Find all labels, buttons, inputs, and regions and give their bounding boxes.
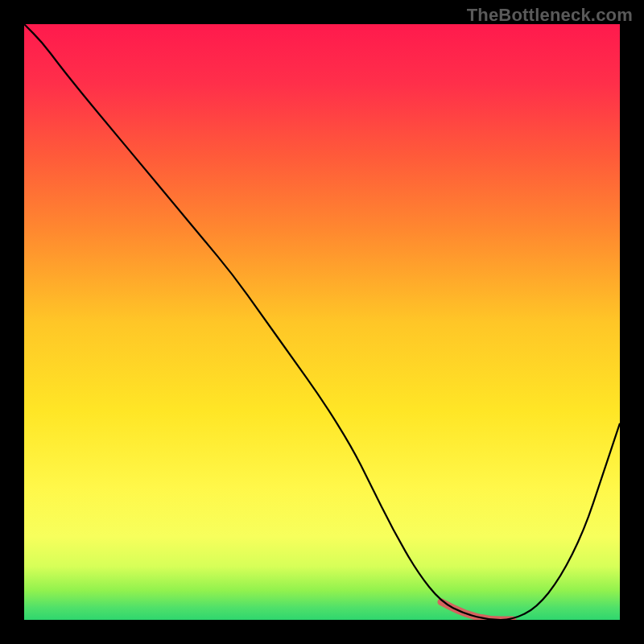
plot-area [24,24,620,620]
chart-frame: TheBottleneck.com [0,0,644,644]
plot-svg [24,24,620,620]
gradient-background [24,24,620,620]
watermark-label: TheBottleneck.com [467,5,633,26]
